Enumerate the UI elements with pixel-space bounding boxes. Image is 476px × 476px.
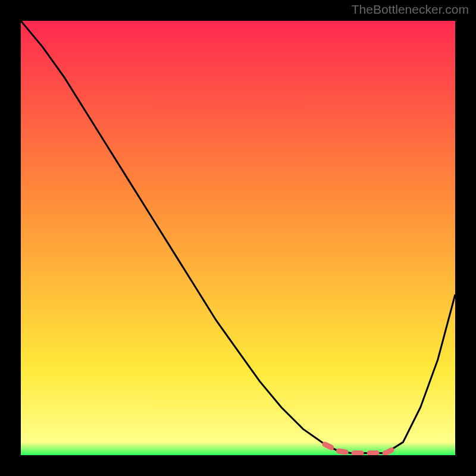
chart-svg [21, 21, 455, 455]
gradient-background [21, 21, 455, 455]
watermark: TheBottlenecker.com [352, 2, 469, 17]
plot-area [21, 21, 455, 455]
chart-container: TheBottlenecker.com [0, 0, 476, 476]
